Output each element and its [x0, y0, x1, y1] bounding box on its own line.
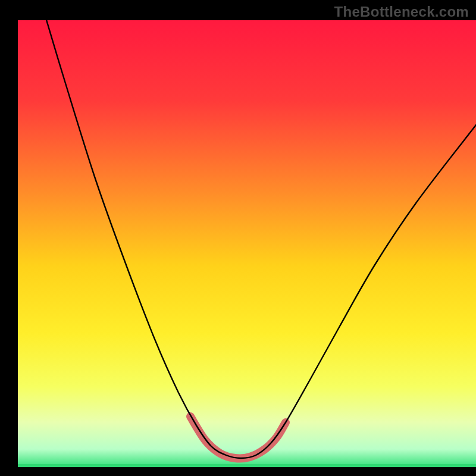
bottleneck-chart — [0, 0, 476, 476]
watermark-text: TheBottleneck.com — [334, 4, 469, 20]
gradient-background — [18, 20, 476, 467]
chart-stage: TheBottleneck.com — [0, 0, 476, 476]
green-floor — [18, 464, 476, 467]
